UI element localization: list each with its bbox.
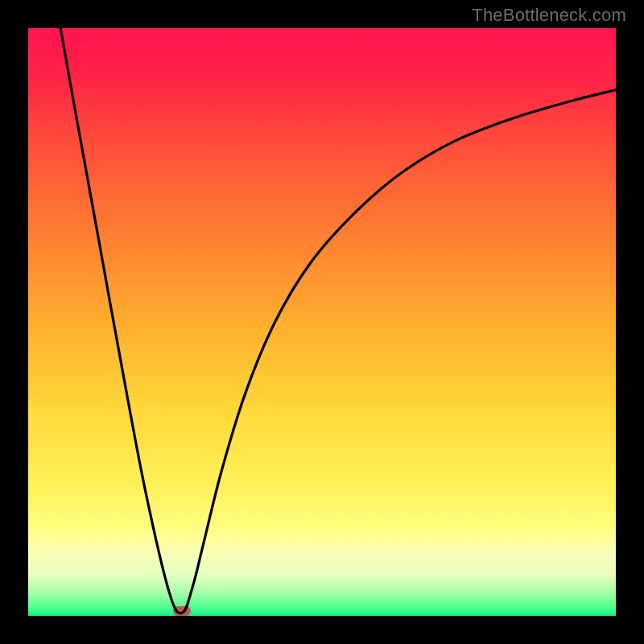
plot-area xyxy=(28,28,616,616)
bottleneck-curve xyxy=(28,28,616,616)
watermark-text: TheBottleneck.com xyxy=(472,5,626,26)
outer-frame: TheBottleneck.com xyxy=(0,0,644,644)
